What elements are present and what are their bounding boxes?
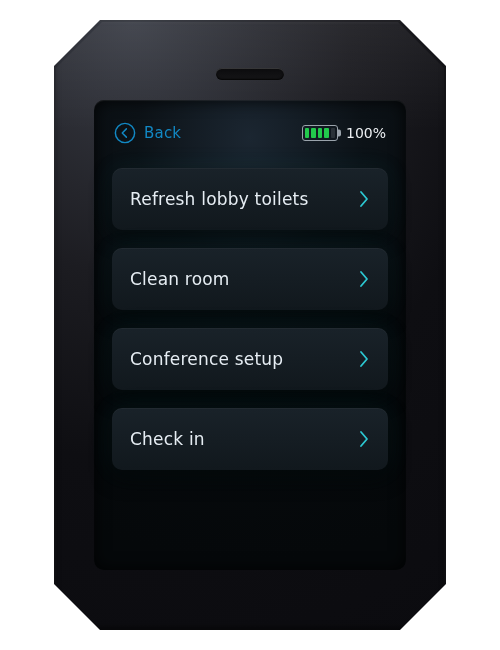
- battery-percent: 100%: [346, 125, 386, 141]
- task-item-refresh-lobby-toilets[interactable]: Refresh lobby toilets: [112, 168, 388, 230]
- task-label: Conference setup: [130, 349, 283, 369]
- battery-cell: [318, 128, 322, 138]
- battery-icon: [302, 125, 338, 141]
- device-frame: Back 100% Refresh lobby toilets: [54, 20, 446, 630]
- task-list: Refresh lobby toilets Clean room Confere…: [112, 168, 388, 470]
- task-label: Check in: [130, 429, 205, 449]
- battery-status: 100%: [302, 125, 386, 141]
- battery-cell: [324, 128, 328, 138]
- back-icon: [114, 122, 136, 144]
- task-item-clean-room[interactable]: Clean room: [112, 248, 388, 310]
- chevron-right-icon: [358, 190, 370, 208]
- task-label: Clean room: [130, 269, 230, 289]
- back-button[interactable]: Back: [114, 122, 181, 144]
- speaker-slit: [216, 68, 284, 80]
- battery-cell: [331, 128, 335, 138]
- chevron-right-icon: [358, 350, 370, 368]
- task-label: Refresh lobby toilets: [130, 189, 308, 209]
- battery-cell: [305, 128, 309, 138]
- chevron-right-icon: [358, 270, 370, 288]
- battery-cell: [311, 128, 315, 138]
- header: Back 100%: [114, 120, 386, 146]
- device-screen: Back 100% Refresh lobby toilets: [94, 100, 406, 570]
- chevron-right-icon: [358, 430, 370, 448]
- task-item-check-in[interactable]: Check in: [112, 408, 388, 470]
- svg-point-0: [115, 123, 134, 142]
- task-item-conference-setup[interactable]: Conference setup: [112, 328, 388, 390]
- back-label: Back: [144, 124, 181, 142]
